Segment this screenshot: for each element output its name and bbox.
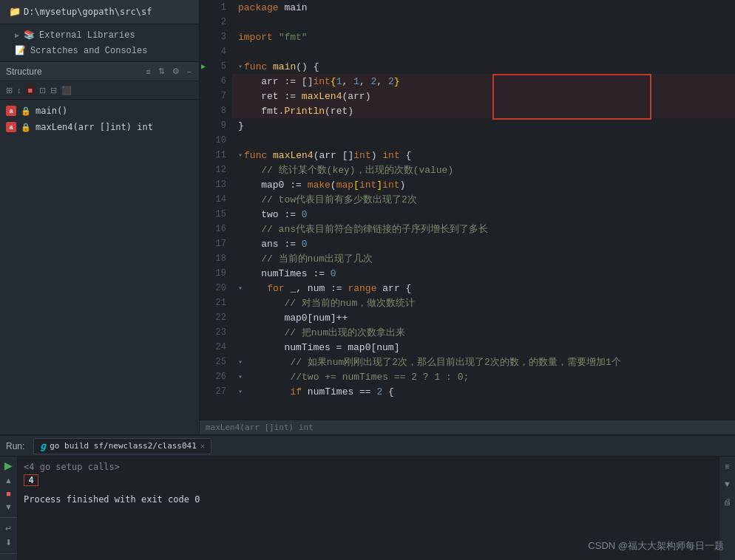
structure-icons-row: ⊞ ↕ ■ ⊡ ⊟ ⬛ bbox=[0, 81, 199, 100]
run-up-button[interactable]: ▲ bbox=[2, 476, 16, 485]
run-tab-name: go build sf/newclass2/class041 bbox=[50, 441, 197, 451]
line-num-15: 15 bbox=[200, 207, 232, 222]
code-line-25: ▾ // 如果num刚刚出现了2次，那么目前出现了2次的数，的数量，需要增加1个 bbox=[232, 355, 735, 369]
structure-icon-2[interactable]: ↕ bbox=[17, 86, 21, 95]
line-num-8: 8 bbox=[200, 103, 232, 118]
structure-title: Structure bbox=[6, 66, 42, 77]
code-line-15: two := 0 bbox=[232, 207, 735, 222]
sidebar-item-external-libraries[interactable]: ▶ 📚 External Libraries bbox=[0, 27, 199, 43]
code-line-26: ▾ //two += numTimes == 2 ? 1 : 0; bbox=[232, 369, 735, 384]
code-line-8: fmt.Println(ret) bbox=[232, 103, 735, 118]
func-badge-maxlen4: a bbox=[6, 122, 16, 132]
code-line-18: // 当前的num出现了几次 bbox=[232, 251, 735, 266]
structure-icon-5[interactable]: ⬛ bbox=[61, 86, 72, 95]
run-right-btn-3[interactable]: 🖨 bbox=[721, 495, 734, 508]
line-num-18: 18 bbox=[200, 251, 232, 266]
line-num-17: 17 bbox=[200, 236, 232, 251]
run-sidebar: ▶ ▲ ■ ▼ ↵ ⬇ 🖨 bbox=[0, 457, 18, 560]
line-num-2: 2 bbox=[200, 15, 232, 30]
line-num-22: 22 bbox=[200, 310, 232, 325]
func-name-main: main() bbox=[35, 106, 67, 116]
result-value: 4 bbox=[24, 474, 38, 486]
code-line-5: ▾func main() { bbox=[232, 59, 735, 74]
line-num-21: 21 bbox=[200, 296, 232, 310]
line-num-4: 4 bbox=[200, 44, 232, 59]
structure-icon-active[interactable]: ■ bbox=[26, 85, 35, 95]
structure-panel: Structure ≡ ⇅ ⚙ − ⊞ ↕ ■ ⊡ ⊟ ⬛ a 🔒 bbox=[0, 61, 199, 434]
line-num-6: 6 bbox=[200, 74, 232, 89]
settings-button[interactable]: ⚙ bbox=[171, 66, 181, 77]
code-line-24: numTimes = map0[num] bbox=[232, 340, 735, 355]
watermark: CSDN @福大大架构师每日一题 bbox=[588, 539, 724, 553]
structure-icon-3[interactable]: ⊡ bbox=[39, 86, 46, 95]
code-line-19: numTimes := 0 bbox=[232, 266, 735, 281]
code-line-10 bbox=[232, 133, 735, 148]
libraries-icon: 📚 bbox=[24, 30, 35, 41]
code-editor[interactable]: 1 2 3 4 5 6 7 8 9 10 11 12 13 14 15 16 1… bbox=[200, 0, 735, 420]
minimize-button[interactable]: − bbox=[186, 66, 193, 77]
code-line-3: import "fmt" bbox=[232, 30, 735, 44]
sort-button[interactable]: ⇅ bbox=[157, 66, 166, 77]
status-bar: maxLen4(arr []int) int bbox=[200, 420, 735, 434]
structure-icon-1[interactable]: ⊞ bbox=[6, 86, 13, 95]
code-line-23: // 把num出现的次数拿出来 bbox=[232, 325, 735, 340]
sidebar-items: ▶ 📚 External Libraries 📝 Scratches and C… bbox=[0, 24, 199, 61]
structure-func-main[interactable]: a 🔒 main() bbox=[0, 103, 199, 119]
code-line-21: // 对当前的num，做次数统计 bbox=[232, 296, 735, 310]
code-line-16: // ans代表目前符合韵律链接的子序列增长到了多长 bbox=[232, 222, 735, 236]
line-numbers: 1 2 3 4 5 6 7 8 9 10 11 12 13 14 15 16 1… bbox=[200, 0, 232, 420]
folder-icon: 📁 bbox=[9, 6, 21, 18]
sidebar-header: 📁 D:\mysetup\gopath\src\sf bbox=[0, 0, 199, 24]
run-output-finish: Process finished with exit code 0 bbox=[24, 492, 713, 507]
run-play-button[interactable]: ▶ bbox=[2, 460, 16, 471]
line-num-12: 12 bbox=[200, 163, 232, 177]
code-line-11: ▾func maxLen4(arr []int) int { bbox=[232, 148, 735, 163]
scratches-icon: 📝 bbox=[15, 45, 26, 56]
line-num-13: 13 bbox=[200, 177, 232, 192]
line-num-24: 24 bbox=[200, 340, 232, 355]
editor-area: 1 2 3 4 5 6 7 8 9 10 11 12 13 14 15 16 1… bbox=[200, 0, 735, 434]
structure-icon-4[interactable]: ⊟ bbox=[50, 86, 57, 95]
code-content[interactable]: package main import "fmt" ▾func main() {… bbox=[232, 0, 735, 420]
run-stop-button[interactable]: ■ bbox=[2, 489, 16, 498]
line-num-27: 27 bbox=[200, 384, 232, 399]
func-name-maxlen4: maxLen4(arr []int) int bbox=[35, 122, 153, 132]
code-line-7: ret := maxLen4(arr) bbox=[232, 89, 735, 103]
close-tab-icon[interactable]: ✕ bbox=[200, 442, 205, 450]
line-num-14: 14 bbox=[200, 192, 232, 207]
run-tab[interactable]: g go build sf/newclass2/class041 ✕ bbox=[33, 438, 211, 454]
run-tab-bar: Run: g go build sf/newclass2/class041 ✕ bbox=[0, 436, 735, 457]
line-num-16: 16 bbox=[200, 222, 232, 236]
structure-items: a 🔒 main() a 🔒 maxLen4(arr []int) int bbox=[0, 100, 199, 138]
code-line-9: } bbox=[232, 118, 735, 133]
run-label: Run: bbox=[6, 441, 24, 451]
code-line-4 bbox=[232, 44, 735, 59]
structure-func-maxlen4[interactable]: a 🔒 maxLen4(arr []int) int bbox=[0, 119, 199, 135]
go-icon: g bbox=[40, 440, 46, 451]
sort-alpha-button[interactable]: ≡ bbox=[144, 66, 152, 77]
project-path: D:\mysetup\gopath\src\sf bbox=[24, 7, 152, 17]
code-line-2 bbox=[232, 15, 735, 30]
line-num-1: 1 bbox=[200, 0, 232, 15]
run-output-cmd-line: <4 go setup calls> bbox=[24, 460, 713, 474]
code-line-27: ▾ if numTimes == 2 { bbox=[232, 384, 735, 399]
sidebar: 📁 D:\mysetup\gopath\src\sf ▶ 📚 External … bbox=[0, 0, 200, 434]
run-right-btn-2[interactable]: ▼ bbox=[721, 477, 734, 491]
func-badge-main: a bbox=[6, 106, 16, 116]
line-num-19: 19 bbox=[200, 266, 232, 281]
run-scroll-button[interactable]: ⬇ bbox=[2, 538, 16, 547]
line-num-5: 5 bbox=[200, 59, 232, 74]
code-line-1: package main bbox=[232, 0, 735, 15]
line-num-3: 3 bbox=[200, 30, 232, 44]
structure-header: Structure ≡ ⇅ ⚙ − bbox=[0, 62, 199, 81]
line-num-23: 23 bbox=[200, 325, 232, 340]
run-down-button[interactable]: ▼ bbox=[2, 502, 16, 511]
run-right-btn-1[interactable]: ≡ bbox=[721, 460, 734, 473]
lock-icon: 🔒 bbox=[21, 106, 31, 116]
sidebar-item-scratches[interactable]: 📝 Scratches and Consoles bbox=[0, 43, 199, 58]
status-text: maxLen4(arr []int) int bbox=[206, 423, 314, 432]
project-row[interactable]: 📁 D:\mysetup\gopath\src\sf bbox=[6, 4, 193, 19]
code-line-6: arr := []int{1, 1, 2, 2} bbox=[232, 74, 735, 89]
run-wrap-button[interactable]: ↵ bbox=[2, 524, 16, 533]
code-line-13: map0 := make(map[int]int) bbox=[232, 177, 735, 192]
